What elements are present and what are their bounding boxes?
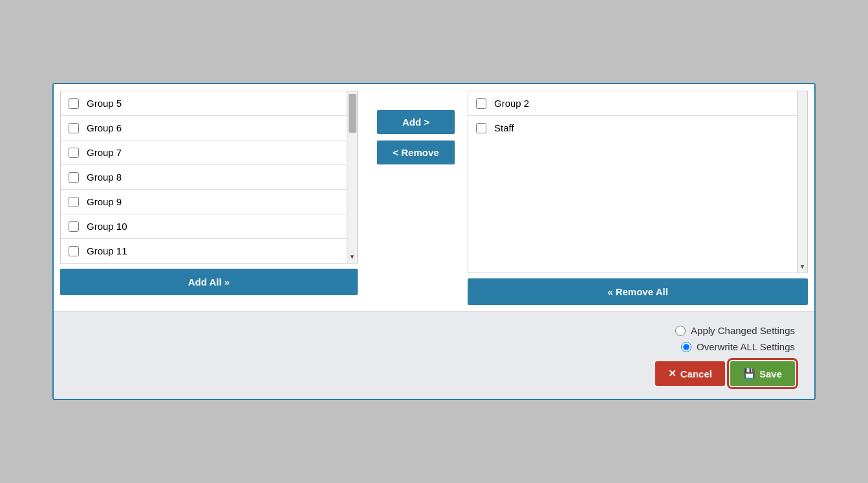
radio-apply-input[interactable] [675,326,686,336]
left-list-label-1: Group 6 [87,122,122,133]
main-dialog: Group 5Group 6Group 7Group 8Group 9Group… [52,83,816,400]
left-list-label-4: Group 9 [87,196,122,207]
left-scrollbar: ▼ [347,91,357,263]
right-list-checkbox-0[interactable] [476,98,486,109]
save-button[interactable]: 💾 Save [730,361,795,386]
right-list-label-0: Group 2 [494,98,529,109]
left-list-item[interactable]: Group 8 [61,165,357,190]
left-scrollbar-down-arrow[interactable]: ▼ [347,251,358,262]
left-list-checkbox-4[interactable] [69,197,79,207]
right-list-item[interactable]: Group 2 [468,91,807,116]
left-list-label-2: Group 7 [87,147,122,158]
right-panel: Group 2Staff ▼ « Remove All [468,84,814,311]
right-scrollbar: ▼ [797,91,807,273]
left-list-checkbox-5[interactable] [69,221,79,232]
radio-group: Apply Changed Settings Overwrite ALL Set… [675,325,795,352]
cancel-label: Cancel [680,368,712,379]
radio-overwrite-label: Overwrite ALL Settings [697,341,795,352]
radio-overwrite-input[interactable] [681,342,691,352]
left-list-container: Group 5Group 6Group 7Group 8Group 9Group… [60,91,358,264]
add-button[interactable]: Add > [377,110,455,134]
remove-all-button[interactable]: « Remove All [468,278,808,305]
radio-apply-changed[interactable]: Apply Changed Settings [675,325,795,336]
content-area: Group 5Group 6Group 7Group 8Group 9Group… [54,84,814,311]
button-row: ✕ Cancel 💾 Save [655,361,795,386]
remove-button[interactable]: < Remove [377,140,455,164]
left-list-item[interactable]: Group 6 [61,116,357,140]
left-list-checkbox-0[interactable] [69,98,79,109]
middle-panel: Add > < Remove [364,84,468,311]
left-list-label-3: Group 8 [87,172,122,183]
left-list-item[interactable]: Group 11 [61,239,357,263]
save-icon: 💾 [743,368,755,379]
left-list-label-0: Group 5 [87,98,122,109]
left-scrollbar-thumb [349,94,356,133]
left-group-list: Group 5Group 6Group 7Group 8Group 9Group… [61,91,357,263]
left-list-checkbox-3[interactable] [69,172,79,183]
cancel-button[interactable]: ✕ Cancel [655,361,725,386]
left-list-item[interactable]: Group 5 [61,91,357,116]
left-panel: Group 5Group 6Group 7Group 8Group 9Group… [54,84,364,311]
right-group-list: Group 2Staff [468,91,807,273]
left-list-item[interactable]: Group 10 [61,214,357,239]
right-list-container: Group 2Staff ▼ [468,91,808,273]
radio-apply-label: Apply Changed Settings [691,325,795,336]
left-list-item[interactable]: Group 9 [61,190,357,214]
left-list-checkbox-1[interactable] [69,123,79,133]
footer-area: Apply Changed Settings Overwrite ALL Set… [54,311,814,399]
right-list-label-1: Staff [494,122,514,133]
add-all-button[interactable]: Add All » [60,269,358,295]
radio-overwrite-all[interactable]: Overwrite ALL Settings [681,341,795,352]
left-list-item[interactable]: Group 7 [61,140,357,165]
cancel-icon: ✕ [668,368,677,379]
left-list-label-6: Group 11 [87,245,127,256]
left-list-checkbox-2[interactable] [69,148,79,158]
right-list-item[interactable]: Staff [468,116,807,140]
left-list-checkbox-6[interactable] [69,246,79,256]
right-list-checkbox-1[interactable] [476,123,486,133]
save-label: Save [759,368,782,379]
right-scrollbar-down-arrow[interactable]: ▼ [797,261,808,271]
left-list-label-5: Group 10 [87,221,127,232]
